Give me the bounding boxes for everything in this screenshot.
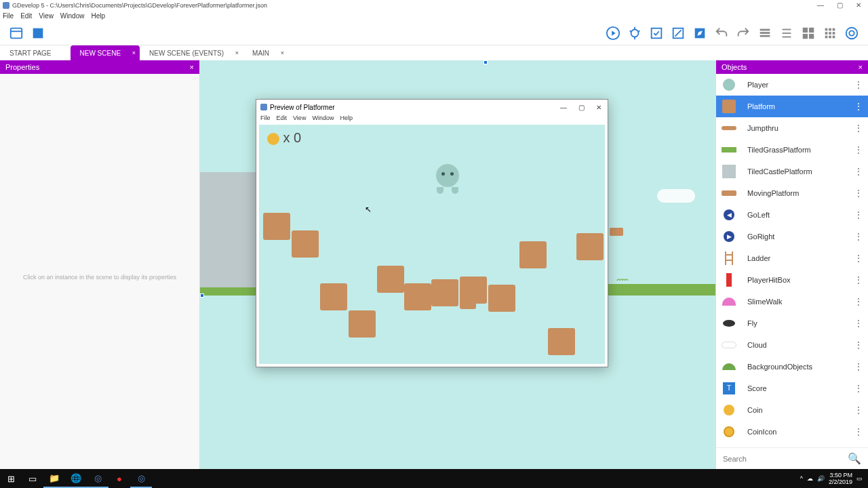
window-minimize-button[interactable]: — [811, 1, 830, 9]
cloud-instance[interactable] [657, 189, 695, 203]
more-options-icon[interactable]: ⋮ [854, 405, 863, 415]
more-options-icon[interactable]: ⋮ [854, 361, 863, 372]
close-icon[interactable]: × [859, 63, 863, 71]
tray-volume-icon[interactable]: 🔊 [817, 475, 825, 482]
open-events-editor-icon[interactable] [670, 25, 686, 41]
toggle-grid-icon[interactable] [844, 25, 860, 41]
objects-list-icon[interactable] [757, 25, 773, 41]
more-options-icon[interactable]: ⋮ [854, 144, 863, 155]
redo-icon[interactable] [735, 25, 751, 41]
menu-file[interactable]: File [3, 12, 14, 20]
object-item-movingplatform[interactable]: MovingPlatform⋮ [716, 182, 868, 204]
object-item-fly[interactable]: Fly⋮ [716, 312, 868, 334]
menu-help[interactable]: Help [91, 12, 105, 20]
selection-handle[interactable] [200, 293, 204, 298]
close-icon[interactable]: × [190, 63, 194, 71]
more-options-icon[interactable]: ⋮ [854, 123, 863, 134]
object-item-score[interactable]: TScore⋮ [716, 378, 868, 399]
preview-menu-help[interactable]: Help [340, 115, 353, 125]
debug-icon[interactable] [627, 25, 643, 41]
more-options-icon[interactable]: ⋮ [854, 253, 863, 264]
preview-menu-window[interactable]: Window [312, 115, 334, 125]
object-item-coinicon[interactable]: CoinIcon⋮ [716, 421, 868, 443]
castle-platform-instance[interactable] [200, 172, 256, 287]
objects-list[interactable]: Player⋮Platform⋮Jumpthru⋮TiledGrassPlatf… [716, 74, 868, 447]
object-item-cloud[interactable]: Cloud⋮ [716, 334, 868, 356]
layers-icon[interactable] [822, 25, 838, 41]
tab-main[interactable]: MAIN× [243, 45, 288, 60]
gdevelop-taskbar-icon[interactable]: ◎ [87, 469, 108, 488]
selection-handle[interactable] [484, 60, 488, 64]
project-manager-icon[interactable] [8, 25, 24, 41]
object-item-backgroundobjects[interactable]: BackgroundObjects⋮ [716, 356, 868, 378]
object-item-ladder[interactable]: Ladder⋮ [716, 247, 868, 269]
more-options-icon[interactable]: ⋮ [854, 296, 863, 307]
more-options-icon[interactable]: ⋮ [854, 383, 863, 394]
preview-title-text: Preview of Platformer [270, 104, 335, 111]
object-item-playerhitbox[interactable]: PlayerHitBox⋮ [716, 269, 868, 291]
recording-taskbar-icon[interactable]: ● [108, 469, 130, 488]
object-item-goleft[interactable]: ◀GoLeft⋮ [716, 204, 868, 226]
more-options-icon[interactable]: ⋮ [854, 209, 863, 220]
platform-instance[interactable] [610, 228, 623, 236]
file-explorer-taskbar-icon[interactable]: 📁 [43, 469, 65, 488]
more-options-icon[interactable]: ⋮ [854, 79, 863, 90]
more-options-icon[interactable]: ⋮ [854, 426, 863, 437]
tray-clock[interactable]: 3:50 PM 2/2/2019 [829, 472, 852, 485]
menu-view[interactable]: View [39, 12, 54, 20]
preview-menu-edit[interactable]: Edit [277, 115, 288, 125]
system-tray[interactable]: ^ ☁ 🔊 3:50 PM 2/2/2019 ▭ [800, 472, 868, 485]
close-icon[interactable]: × [281, 49, 284, 56]
window-maximize-button[interactable]: ▢ [830, 1, 849, 9]
more-options-icon[interactable]: ⋮ [854, 318, 863, 329]
platform-sprite [431, 279, 458, 306]
tray-notifications-icon[interactable]: ▭ [856, 475, 863, 482]
more-options-icon[interactable]: ⋮ [854, 188, 863, 199]
tab-new-scene[interactable]: NEW SCENE× [71, 45, 140, 60]
play-preview-icon[interactable] [605, 25, 621, 41]
tab-start-page[interactable]: START PAGE [0, 45, 71, 60]
open-scene-editor-icon[interactable] [648, 25, 665, 41]
chrome-taskbar-icon[interactable]: 🌐 [65, 469, 87, 488]
more-options-icon[interactable]: ⋮ [854, 166, 863, 177]
more-options-icon[interactable]: ⋮ [854, 231, 863, 242]
object-item-tiledcastleplatform[interactable]: TiledCastlePlatform⋮ [716, 161, 868, 182]
edit-layer-icon[interactable] [692, 25, 708, 41]
more-options-icon[interactable]: ⋮ [854, 274, 863, 285]
window-close-button[interactable]: ✕ [849, 1, 868, 9]
gdevelop-preview-taskbar-icon[interactable]: ◎ [130, 469, 152, 488]
search-input[interactable] [723, 455, 848, 463]
menu-window[interactable]: Window [60, 12, 85, 20]
preview-maximize-button[interactable]: ▢ [572, 104, 590, 111]
task-view-button[interactable]: ▭ [22, 469, 43, 488]
preview-minimize-button[interactable]: — [555, 104, 572, 111]
start-button[interactable]: ⊞ [0, 469, 22, 488]
tray-chevron-up-icon[interactable]: ^ [800, 475, 803, 482]
toolbar [0, 21, 868, 45]
object-item-slimewalk[interactable]: SlimeWalk⋮ [716, 291, 868, 312]
menu-edit[interactable]: Edit [20, 12, 32, 20]
instances-list-icon[interactable] [800, 25, 816, 41]
object-item-player[interactable]: Player⋮ [716, 74, 868, 96]
object-item-jumpthru[interactable]: Jumpthru⋮ [716, 117, 868, 139]
object-item-coin[interactable]: Coin⋮ [716, 399, 868, 421]
preview-close-button[interactable]: ✕ [590, 104, 608, 111]
undo-icon[interactable] [713, 25, 730, 41]
object-item-platform[interactable]: Platform⋮ [716, 96, 868, 117]
more-options-icon[interactable]: ⋮ [854, 340, 863, 350]
preview-game-viewport[interactable]: x 0 [259, 125, 605, 364]
close-icon[interactable]: × [132, 49, 136, 56]
object-groups-icon[interactable] [778, 25, 795, 41]
tray-onedrive-icon[interactable]: ☁ [807, 475, 813, 482]
more-options-icon[interactable]: ⋮ [854, 101, 863, 112]
object-item-tiledgrassplatform[interactable]: TiledGrassPlatform⋮ [716, 139, 868, 161]
search-icon[interactable]: 🔍 [848, 452, 861, 465]
tab-new-scene-events[interactable]: NEW SCENE (EVENTS)× [140, 45, 243, 60]
export-icon[interactable] [30, 25, 46, 41]
close-icon[interactable]: × [235, 49, 239, 56]
preview-menu-file[interactable]: File [260, 115, 271, 125]
goleft-icon: ◀ [722, 207, 736, 222]
scene-editor-canvas[interactable]: ˆˆˆˆ Preview of Platformer — ▢ ✕ File Ed… [200, 60, 715, 469]
preview-menu-view[interactable]: View [293, 115, 306, 125]
object-item-goright[interactable]: ▶GoRight⋮ [716, 226, 868, 247]
